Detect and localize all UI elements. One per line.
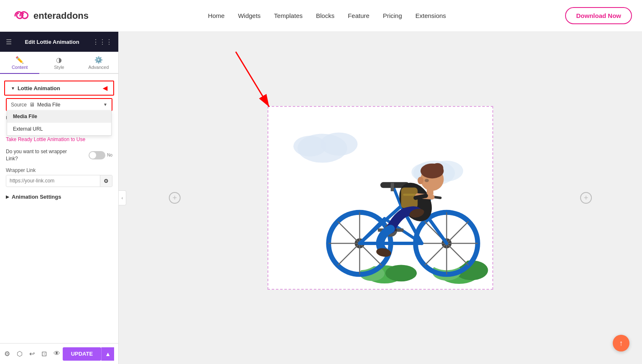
- chevron-down-icon: ▼: [103, 102, 107, 107]
- svg-point-49: [418, 177, 423, 184]
- left-panel: ☰ Edit Lottie Animation ⋮⋮⋮ ✏️ Content ◑…: [0, 32, 119, 364]
- responsive-icon[interactable]: ⊡: [41, 350, 47, 358]
- anim-settings-label: Animation Settings: [12, 194, 61, 200]
- history-icon[interactable]: ↩: [29, 350, 35, 358]
- logo-icon: [10, 9, 30, 23]
- nav-templates[interactable]: Templates: [274, 12, 303, 19]
- editor-tabs: ✏️ Content ◑ Style ⚙️ Advanced: [0, 52, 118, 74]
- wrapper-toggle-label: Do you want to set wrapper Link?: [6, 148, 73, 162]
- editor-header: ☰ Edit Lottie Animation ⋮⋮⋮: [0, 32, 118, 52]
- svg-rect-51: [427, 187, 433, 195]
- nav-home[interactable]: Home: [208, 12, 224, 19]
- style-icon: ◑: [56, 56, 62, 64]
- tab-advanced[interactable]: ⚙️ Advanced: [79, 52, 118, 74]
- collapse-icon: ‹: [122, 196, 123, 200]
- top-navigation: enteraddons Home Widgets Templates Block…: [0, 0, 642, 32]
- canvas-add-right-button[interactable]: +: [580, 192, 592, 204]
- wrapper-toggle[interactable]: [89, 151, 105, 159]
- svg-point-50: [425, 179, 429, 182]
- bottom-bar: ⚙ ⬡ ↩ ⊡ 👁 UPDATE ▲: [0, 343, 118, 364]
- scroll-up-icon: ↑: [619, 339, 623, 348]
- toggle-text: No: [107, 153, 112, 157]
- tab-advanced-label: Advanced: [88, 65, 109, 70]
- monitor-icon: 🖥: [29, 101, 35, 108]
- svg-rect-42: [397, 228, 404, 232]
- animation-settings-section[interactable]: ▶ Animation Settings: [0, 190, 118, 203]
- svg-rect-45: [403, 194, 416, 196]
- lottie-animation-section[interactable]: ▼ Lottie Animation ◀: [4, 81, 114, 96]
- svg-rect-34: [391, 183, 394, 191]
- dropdown-media-file[interactable]: Media File: [7, 110, 111, 123]
- section-collapse-icon: ▼: [11, 86, 15, 91]
- bottom-icons: ⚙ ⬡ ↩ ⊡ 👁: [4, 350, 60, 358]
- svg-point-11: [385, 265, 417, 282]
- main-layout: ☰ Edit Lottie Animation ⋮⋮⋮ ✏️ Content ◑…: [0, 32, 642, 364]
- wrapper-toggle-row: Do you want to set wrapper Link? No: [0, 146, 118, 165]
- grid-icon[interactable]: ⋮⋮⋮: [92, 38, 112, 46]
- canvas-add-left-button[interactable]: +: [169, 192, 181, 204]
- source-label: Source: [11, 102, 27, 108]
- logo-text: enteraddons: [33, 10, 89, 21]
- settings-icon[interactable]: ⚙: [4, 350, 10, 358]
- content-block: [268, 106, 493, 290]
- svg-line-53: [415, 196, 426, 198]
- tab-content[interactable]: ✏️ Content: [0, 52, 39, 74]
- advanced-icon: ⚙️: [94, 56, 103, 64]
- update-button[interactable]: UPDATE: [63, 347, 101, 361]
- anim-settings-expand-icon: ▶: [6, 195, 9, 199]
- wrapper-link-settings-button[interactable]: ⚙: [100, 175, 112, 187]
- wrapper-link-input-row: ⚙: [6, 175, 112, 187]
- bike-illustration: [268, 107, 492, 289]
- update-chevron-button[interactable]: ▲: [101, 347, 114, 361]
- hamburger-icon[interactable]: ☰: [6, 38, 12, 46]
- lottie-link[interactable]: Take Ready Lottie Animation to Use: [0, 135, 118, 146]
- wrapper-link-input[interactable]: [6, 175, 100, 186]
- tab-style-label: Style: [54, 65, 64, 70]
- nav-logo: enteraddons: [10, 9, 89, 23]
- editor-title: Edit Lottie Animation: [25, 39, 79, 45]
- red-indicator: ◀: [103, 85, 107, 91]
- source-row: Source 🖥 Media File External URL ▼: [7, 99, 112, 110]
- tab-style[interactable]: ◑ Style: [39, 52, 79, 74]
- update-btn-group: UPDATE ▲: [63, 347, 114, 361]
- svg-point-48: [432, 163, 443, 173]
- nav-widgets[interactable]: Widgets: [238, 12, 260, 19]
- nav-extensions[interactable]: Extensions: [415, 12, 446, 19]
- wrapper-link-label: Wrapper Link: [0, 165, 118, 174]
- content-icon: ✏️: [15, 56, 24, 64]
- layers-icon[interactable]: ⬡: [17, 350, 23, 358]
- canvas-area: ‹ + +: [119, 32, 642, 364]
- svg-point-3: [293, 136, 326, 157]
- panel-content: ▼ Lottie Animation ◀ Source 🖥 Media File…: [0, 74, 118, 343]
- download-now-button[interactable]: Download Now: [565, 7, 632, 24]
- dropdown-external-url[interactable]: External URL: [7, 123, 111, 135]
- source-dropdown-wrapper: Source 🖥 Media File External URL ▼ Media…: [6, 98, 112, 111]
- source-dropdown-menu: Media File External URL: [7, 110, 112, 136]
- tab-content-label: Content: [12, 65, 28, 70]
- nav-pricing[interactable]: Pricing: [383, 12, 402, 19]
- svg-line-57: [236, 52, 269, 107]
- panel-collapse-handle[interactable]: ‹: [119, 190, 126, 205]
- nav-blocks[interactable]: Blocks: [316, 12, 334, 19]
- preview-icon[interactable]: 👁: [54, 350, 60, 358]
- section-title: Lottie Animation: [18, 85, 60, 91]
- source-select[interactable]: Media File External URL: [37, 102, 103, 108]
- scroll-to-top-button[interactable]: ↑: [613, 335, 629, 351]
- nav-feature[interactable]: Feature: [348, 12, 369, 19]
- nav-links: Home Widgets Templates Blocks Feature Pr…: [208, 12, 446, 19]
